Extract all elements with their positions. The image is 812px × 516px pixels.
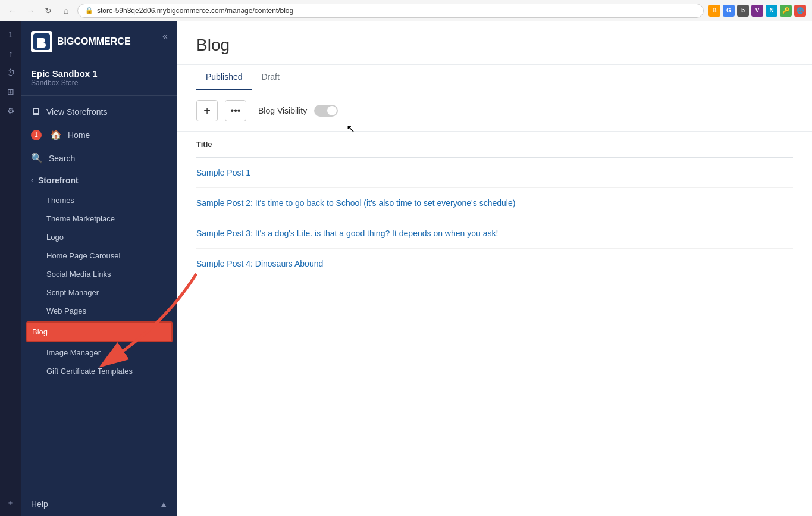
page-header: Blog xyxy=(177,21,812,65)
bigcommerce-logo-icon xyxy=(31,31,52,52)
icon-rail: 1 ↑ ⏱ ⊞ ⚙ ＋ xyxy=(0,21,21,516)
post-link-3[interactable]: Sample Post 3: It's a dog's Life. is tha… xyxy=(196,229,498,238)
search-icon: 🔍 xyxy=(31,152,43,164)
sidebar-item-home[interactable]: 1 🏠 Home xyxy=(21,123,177,146)
store-type: Sandbox Store xyxy=(31,79,168,87)
post-link-1[interactable]: Sample Post 1 xyxy=(196,168,250,177)
subnav-item-home-page-carousel[interactable]: Home Page Carousel xyxy=(21,246,177,265)
blog-visibility-toggle[interactable] xyxy=(314,105,338,117)
ext-icon-3: b xyxy=(737,5,749,17)
ext-icon-7: 🌐 xyxy=(794,5,806,17)
sidebar: BIGCOMMERCE « Epic Sandbox 1 Sandbox Sto… xyxy=(21,21,177,516)
ext-icon-5: N xyxy=(766,5,777,17)
sidebar-footer: Help ▲ xyxy=(21,492,177,516)
content-area: Title Sample Post 1 Sample Post 2: It's … xyxy=(177,132,812,516)
help-label: Help xyxy=(31,499,48,509)
forward-button[interactable]: → xyxy=(24,4,37,17)
sidebar-nav: 🖥 View Storefronts 1 🏠 Home 🔍 Search ‹ S… xyxy=(21,96,177,492)
table-row[interactable]: Sample Post 2: It's time to go back to S… xyxy=(196,188,793,218)
column-title-label: Title xyxy=(196,140,212,149)
search-label: Search xyxy=(49,154,75,163)
sidebar-item-view-storefronts[interactable]: 🖥 View Storefronts xyxy=(21,101,177,123)
rail-grid-icon[interactable]: ⊞ xyxy=(4,85,18,99)
main-content: Blog Published Draft + ••• Blog Visibili… xyxy=(177,21,812,516)
sidebar-header: BIGCOMMERCE « xyxy=(21,21,177,60)
page-title: Blog xyxy=(196,36,793,55)
subnav-item-script-manager[interactable]: Script Manager xyxy=(21,283,177,302)
sidebar-logo: BIGCOMMERCE xyxy=(31,31,131,52)
home-badge: 1 xyxy=(31,130,42,140)
tabs-bar: Published Draft xyxy=(177,65,812,90)
post-link-2[interactable]: Sample Post 2: It's time to go back to S… xyxy=(196,198,515,208)
address-bar[interactable]: 🔒 store-59h3qe2d06.mybigcommerce.com/man… xyxy=(77,4,704,18)
expand-icon[interactable]: ▲ xyxy=(159,499,168,509)
rail-history-icon[interactable]: ⏱ xyxy=(4,65,18,80)
home-button[interactable]: ⌂ xyxy=(59,4,73,17)
ext-icon-2: G xyxy=(723,5,735,17)
subnav-item-theme-marketplace[interactable]: Theme Marketplace xyxy=(21,209,177,228)
browser-chrome: ← → ↻ ⌂ 🔒 store-59h3qe2d06.mybigcommerce… xyxy=(0,0,812,21)
url-text: store-59h3qe2d06.mybigcommerce.com/manag… xyxy=(97,7,293,15)
ext-icon-1: B xyxy=(708,5,720,17)
toggle-knob xyxy=(327,106,337,115)
store-info: Epic Sandbox 1 Sandbox Store xyxy=(21,60,177,96)
tab-published[interactable]: Published xyxy=(196,65,252,90)
lock-icon: 🔒 xyxy=(85,7,93,14)
subnav-item-blog[interactable]: Blog xyxy=(26,321,173,342)
visibility-label: Blog Visibility xyxy=(258,106,307,115)
ext-icon-4: V xyxy=(751,5,763,17)
toolbar: + ••• Blog Visibility xyxy=(177,90,812,132)
table-row[interactable]: Sample Post 4: Dinosaurs Abound xyxy=(196,249,793,279)
logo-text: BIGCOMMERCE xyxy=(57,36,131,47)
subnav-item-image-manager[interactable]: Image Manager xyxy=(21,343,177,362)
collapse-sidebar-button[interactable]: « xyxy=(162,31,168,42)
storefront-icon: 🖥 xyxy=(31,107,40,117)
table-row[interactable]: Sample Post 1 xyxy=(196,158,793,188)
subnav-item-themes[interactable]: Themes xyxy=(21,191,177,209)
home-label: Home xyxy=(68,130,90,140)
back-button[interactable]: ← xyxy=(6,4,19,17)
view-storefronts-label: View Storefronts xyxy=(46,107,107,117)
extensions-area: B G b V N 🔑 🌐 xyxy=(708,5,806,17)
storefront-toggle[interactable]: ‹ Storefront xyxy=(21,170,177,191)
refresh-button[interactable]: ↻ xyxy=(42,4,55,17)
chevron-left-icon: ‹ xyxy=(31,176,33,184)
table-header: Title xyxy=(196,132,793,158)
rail-add-icon[interactable]: ＋ xyxy=(4,496,18,510)
ext-icon-6: 🔑 xyxy=(780,5,792,17)
table-row[interactable]: Sample Post 3: It's a dog's Life. is tha… xyxy=(196,218,793,249)
home-icon: 🏠 xyxy=(50,129,62,140)
subnav-item-web-pages[interactable]: Web Pages xyxy=(21,302,177,320)
tab-draft[interactable]: Draft xyxy=(252,65,289,90)
subnav-item-social-media-links[interactable]: Social Media Links xyxy=(21,265,177,283)
rail-arrow-icon[interactable]: ↑ xyxy=(4,46,18,61)
storefront-subnav: Themes Theme Marketplace Logo Home Page … xyxy=(21,191,177,385)
more-options-button[interactable]: ••• xyxy=(225,100,246,121)
subnav-item-gift-certificate-templates[interactable]: Gift Certificate Templates xyxy=(21,362,177,380)
rail-gear-icon[interactable]: ⚙ xyxy=(4,104,18,118)
store-name: Epic Sandbox 1 xyxy=(31,68,168,79)
post-link-4[interactable]: Sample Post 4: Dinosaurs Abound xyxy=(196,259,323,268)
storefront-label: Storefront xyxy=(38,176,79,185)
rail-number-icon[interactable]: 1 xyxy=(4,27,18,42)
sidebar-item-search[interactable]: 🔍 Search xyxy=(21,146,177,170)
subnav-item-logo[interactable]: Logo xyxy=(21,228,177,246)
add-post-button[interactable]: + xyxy=(196,100,218,121)
